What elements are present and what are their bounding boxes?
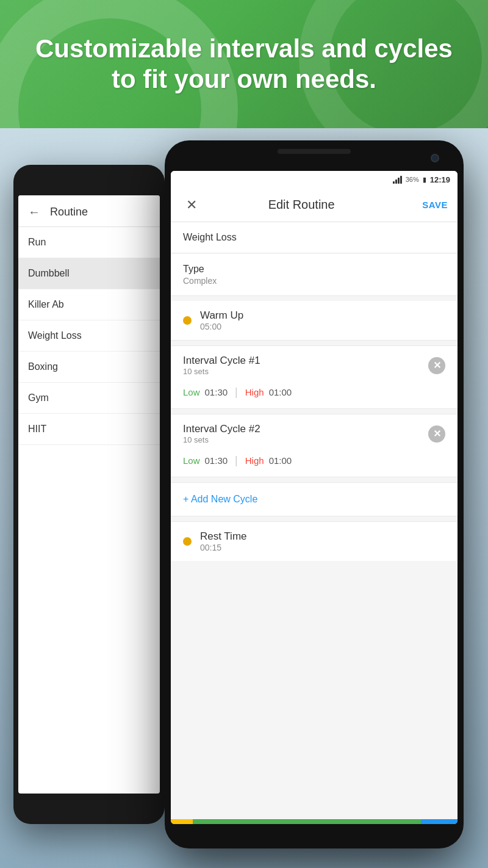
status-bar: 36% ▮ 12:19 bbox=[171, 171, 458, 188]
back-phone: ← Routine Run Dumbbell Killer Ab Weight … bbox=[13, 165, 165, 824]
add-cycle-section[interactable]: + Add New Cycle bbox=[171, 482, 458, 516]
interval-2-title-group: Interval Cycle #2 10 sets bbox=[183, 423, 260, 444]
interval-1-low: Low 01:30 bbox=[183, 387, 228, 397]
back-phone-screen: ← Routine Run Dumbbell Killer Ab Weight … bbox=[18, 195, 160, 794]
warm-up-dot bbox=[183, 316, 192, 325]
front-phone-screen: 36% ▮ 12:19 ✕ Edit Routine SAVE Weight L… bbox=[171, 171, 458, 824]
interval-1-high: High 01:00 bbox=[245, 387, 292, 397]
routine-name: Weight Loss bbox=[183, 232, 445, 243]
interval-2-low: Low 01:30 bbox=[183, 455, 228, 466]
interval-2-high: High 01:00 bbox=[245, 455, 292, 466]
list-item-dumbbell[interactable]: Dumbbell bbox=[18, 258, 160, 289]
list-item-gym[interactable]: Gym bbox=[18, 383, 160, 414]
rest-time-row[interactable]: Rest Time 00:15 bbox=[171, 521, 458, 561]
hero-banner: Customizable intervals and cycles to fit… bbox=[0, 0, 488, 128]
time-divider-1: | bbox=[235, 386, 238, 399]
remove-cycle-1-button[interactable]: ✕ bbox=[428, 357, 445, 374]
app-bar: ✕ Edit Routine SAVE bbox=[171, 188, 458, 222]
interval-cycle-2: Interval Cycle #2 10 sets ✕ Low 01:30 | … bbox=[171, 414, 458, 477]
interval-2-times: Low 01:30 | High 01:00 bbox=[171, 448, 458, 477]
type-section[interactable]: Type Complex bbox=[171, 254, 458, 296]
back-phone-title: Routine bbox=[50, 206, 88, 219]
interval-1-title-group: Interval Cycle #1 10 sets bbox=[183, 355, 260, 376]
time-divider-2: | bbox=[235, 454, 238, 467]
rest-info: Rest Time 00:15 bbox=[200, 530, 247, 552]
routine-name-section[interactable]: Weight Loss bbox=[171, 222, 458, 253]
interval-cycle-1: Interval Cycle #1 10 sets ✕ Low 01:30 | … bbox=[171, 345, 458, 409]
front-phone: 36% ▮ 12:19 ✕ Edit Routine SAVE Weight L… bbox=[165, 140, 464, 848]
battery-icon: ▮ bbox=[423, 176, 426, 184]
list-item-hiit[interactable]: HIIT bbox=[18, 414, 160, 445]
bar-yellow bbox=[171, 819, 193, 824]
warm-up-time: 05:00 bbox=[200, 322, 243, 331]
save-button[interactable]: SAVE bbox=[422, 200, 448, 210]
phone-camera bbox=[431, 154, 439, 162]
bar-blue bbox=[421, 819, 458, 824]
bottom-progress-bar bbox=[171, 819, 458, 824]
app-bar-title: Edit Routine bbox=[203, 198, 400, 212]
high-label-2: High bbox=[245, 455, 264, 466]
interval-2-header: Interval Cycle #2 10 sets ✕ bbox=[171, 414, 458, 448]
low-time-2: 01:30 bbox=[205, 455, 228, 466]
high-time-2: 01:00 bbox=[269, 455, 292, 466]
status-time: 12:19 bbox=[430, 175, 450, 184]
rest-time-value: 00:15 bbox=[200, 543, 247, 552]
scene-background: ← Routine Run Dumbbell Killer Ab Weight … bbox=[0, 128, 488, 868]
interval-1-title: Interval Cycle #1 bbox=[183, 355, 260, 367]
interval-1-sets: 10 sets bbox=[183, 367, 260, 376]
remove-cycle-2-button[interactable]: ✕ bbox=[428, 425, 445, 443]
interval-1-times: Low 01:30 | High 01:00 bbox=[171, 380, 458, 408]
low-time-1: 01:30 bbox=[205, 387, 228, 397]
add-cycle-button[interactable]: + Add New Cycle bbox=[183, 494, 257, 504]
battery-percent: 36% bbox=[406, 176, 419, 183]
list-item-killer-ab[interactable]: Killer Ab bbox=[18, 289, 160, 320]
low-label-1: Low bbox=[183, 387, 200, 397]
close-button[interactable]: ✕ bbox=[181, 194, 203, 216]
back-arrow-icon[interactable]: ← bbox=[28, 205, 40, 219]
signal-icon bbox=[393, 175, 402, 184]
warm-up-title: Warm Up bbox=[200, 309, 243, 322]
screen-content: Weight Loss Type Complex Warm Up 05:00 bbox=[171, 222, 458, 561]
interval-2-sets: 10 sets bbox=[183, 435, 260, 444]
hero-text: Customizable intervals and cycles to fit… bbox=[24, 34, 464, 95]
rest-title: Rest Time bbox=[200, 530, 247, 543]
interval-2-title: Interval Cycle #2 bbox=[183, 423, 260, 435]
warm-up-info: Warm Up 05:00 bbox=[200, 309, 243, 331]
rest-dot bbox=[183, 537, 192, 546]
phone-notch bbox=[278, 149, 351, 154]
low-label-2: Low bbox=[183, 455, 200, 466]
type-value: Complex bbox=[183, 276, 445, 286]
list-item-run[interactable]: Run bbox=[18, 227, 160, 258]
back-phone-header: ← Routine bbox=[18, 195, 160, 227]
high-time-1: 01:00 bbox=[269, 387, 292, 397]
bar-green bbox=[193, 819, 421, 824]
high-label-1: High bbox=[245, 387, 264, 397]
list-item-weight-loss[interactable]: Weight Loss bbox=[18, 320, 160, 352]
interval-1-header: Interval Cycle #1 10 sets ✕ bbox=[171, 346, 458, 380]
warm-up-row[interactable]: Warm Up 05:00 bbox=[171, 301, 458, 341]
type-label: Type bbox=[183, 264, 445, 275]
list-item-boxing[interactable]: Boxing bbox=[18, 352, 160, 383]
